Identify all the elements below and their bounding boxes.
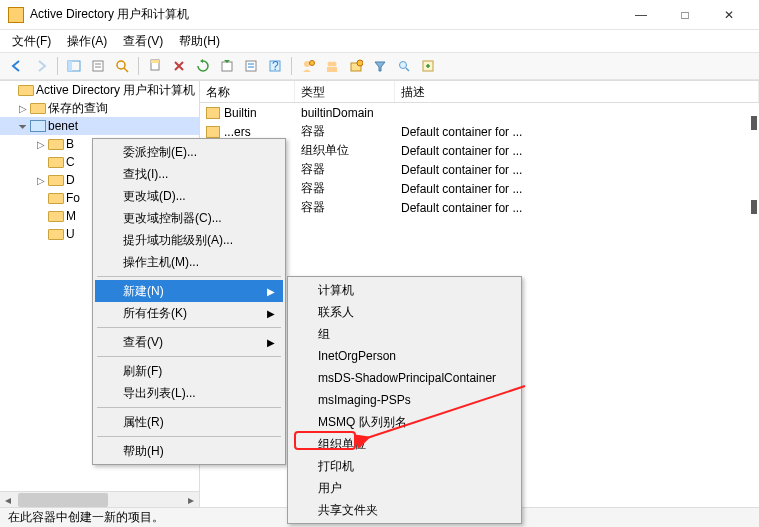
- add-criteria-icon[interactable]: [417, 55, 439, 77]
- folder-icon: [48, 139, 64, 150]
- right-edge-decor: [751, 78, 759, 527]
- submenu-item[interactable]: 打印机: [290, 455, 519, 477]
- svg-text:?: ?: [272, 59, 279, 73]
- properties-icon[interactable]: [240, 55, 262, 77]
- menu-file[interactable]: 文件(F): [4, 31, 59, 52]
- submenu-item[interactable]: 计算机: [290, 279, 519, 301]
- folder-icon: [48, 175, 64, 186]
- menu-item[interactable]: 刷新(F): [95, 360, 283, 382]
- column-desc[interactable]: 描述: [395, 81, 759, 102]
- new-ou-icon[interactable]: [345, 55, 367, 77]
- folder-icon: [206, 126, 220, 138]
- menu-action[interactable]: 操作(A): [59, 31, 115, 52]
- menu-separator: [97, 327, 281, 328]
- column-name[interactable]: 名称: [200, 81, 295, 102]
- menu-help[interactable]: 帮助(H): [171, 31, 228, 52]
- menu-item[interactable]: 帮助(H): [95, 440, 283, 462]
- chevron-right-icon: ▶: [267, 337, 275, 348]
- find-icon[interactable]: [111, 55, 133, 77]
- svg-line-23: [406, 68, 409, 71]
- submenu-new: 计算机联系人组InetOrgPersonmsDS-ShadowPrincipal…: [287, 276, 522, 524]
- svg-point-15: [304, 61, 310, 67]
- new-group-icon[interactable]: [321, 55, 343, 77]
- scroll-thumb[interactable]: [18, 493, 108, 507]
- submenu-item[interactable]: 组: [290, 323, 519, 345]
- tree-saved-queries[interactable]: ▷ 保存的查询: [0, 99, 199, 117]
- scroll-left-icon[interactable]: ◂: [0, 493, 16, 507]
- submenu-item[interactable]: 共享文件夹: [290, 499, 519, 521]
- tree-domain[interactable]: ⏷ benet: [0, 117, 199, 135]
- menu-item[interactable]: 委派控制(E)...: [95, 141, 283, 163]
- menu-item[interactable]: 更改域(D)...: [95, 185, 283, 207]
- copy-icon[interactable]: [144, 55, 166, 77]
- maximize-button[interactable]: □: [663, 0, 707, 29]
- window-title: Active Directory 用户和计算机: [30, 6, 619, 23]
- svg-rect-1: [68, 61, 72, 71]
- menu-item[interactable]: 查看(V)▶: [95, 331, 283, 353]
- menu-item[interactable]: 所有任务(K)▶: [95, 302, 283, 324]
- svg-point-21: [357, 60, 363, 66]
- menu-item[interactable]: 提升域功能级别(A)...: [95, 229, 283, 251]
- svg-rect-9: [222, 62, 232, 71]
- menu-item[interactable]: 导出列表(L)...: [95, 382, 283, 404]
- chevron-right-icon: ▶: [267, 308, 275, 319]
- toolbar: ?: [0, 52, 759, 80]
- find-objects-icon[interactable]: [393, 55, 415, 77]
- column-type[interactable]: 类型: [295, 81, 395, 102]
- svg-point-18: [332, 62, 337, 67]
- domain-icon: [30, 120, 46, 132]
- menu-item[interactable]: 更改域控制器(C)...: [95, 207, 283, 229]
- context-menu: 委派控制(E)...查找(I)...更改域(D)...更改域控制器(C)...提…: [92, 138, 286, 465]
- svg-point-5: [117, 61, 125, 69]
- close-button[interactable]: ✕: [707, 0, 751, 29]
- show-hide-tree-button[interactable]: [63, 55, 85, 77]
- submenu-item[interactable]: msDS-ShadowPrincipalContainer: [290, 367, 519, 389]
- forward-button[interactable]: [30, 55, 52, 77]
- submenu-item[interactable]: MSMQ 队列别名: [290, 411, 519, 433]
- folder-icon: [48, 193, 64, 204]
- menu-item[interactable]: 查找(I)...: [95, 163, 283, 185]
- delete-icon[interactable]: [168, 55, 190, 77]
- minimize-button[interactable]: —: [619, 0, 663, 29]
- help-icon[interactable]: ?: [264, 55, 286, 77]
- menu-item[interactable]: 属性(R): [95, 411, 283, 433]
- tree-domain-label: benet: [48, 119, 78, 133]
- tree-root-label: Active Directory 用户和计算机: [36, 82, 195, 99]
- submenu-item[interactable]: 联系人: [290, 301, 519, 323]
- svg-point-16: [310, 61, 315, 66]
- menu-item[interactable]: 新建(N)▶: [95, 280, 283, 302]
- menu-separator: [97, 407, 281, 408]
- menu-separator: [97, 436, 281, 437]
- refresh-icon[interactable]: [192, 55, 214, 77]
- svg-point-22: [400, 62, 407, 69]
- submenu-item[interactable]: 组织单位: [290, 433, 519, 455]
- menu-view[interactable]: 查看(V): [115, 31, 171, 52]
- svg-rect-19: [327, 67, 337, 72]
- submenu-item[interactable]: InetOrgPerson: [290, 345, 519, 367]
- tree-root[interactable]: Active Directory 用户和计算机: [0, 81, 199, 99]
- app-icon: [8, 7, 24, 23]
- folder-icon: [48, 157, 64, 168]
- menu-separator: [97, 276, 281, 277]
- filter-icon[interactable]: [369, 55, 391, 77]
- submenu-item[interactable]: 用户: [290, 477, 519, 499]
- folder-icon: [18, 85, 34, 96]
- cut-icon[interactable]: [87, 55, 109, 77]
- list-row[interactable]: BuiltinbuiltinDomain: [200, 103, 759, 122]
- folder-icon: [206, 107, 220, 119]
- title-bar: Active Directory 用户和计算机 — □ ✕: [0, 0, 759, 30]
- new-user-icon[interactable]: [297, 55, 319, 77]
- list-header: 名称 类型 描述: [200, 81, 759, 103]
- folder-icon: [30, 103, 46, 114]
- scroll-right-icon[interactable]: ▸: [183, 493, 199, 507]
- tree-saved-label: 保存的查询: [48, 100, 108, 117]
- menu-separator: [97, 356, 281, 357]
- submenu-item[interactable]: msImaging-PSPs: [290, 389, 519, 411]
- menu-item[interactable]: 操作主机(M)...: [95, 251, 283, 273]
- back-button[interactable]: [6, 55, 28, 77]
- svg-line-6: [124, 68, 128, 72]
- folder-icon: [48, 211, 64, 222]
- folder-icon: [48, 229, 64, 240]
- export-icon[interactable]: [216, 55, 238, 77]
- tree-horizontal-scrollbar[interactable]: ◂ ▸: [0, 491, 199, 507]
